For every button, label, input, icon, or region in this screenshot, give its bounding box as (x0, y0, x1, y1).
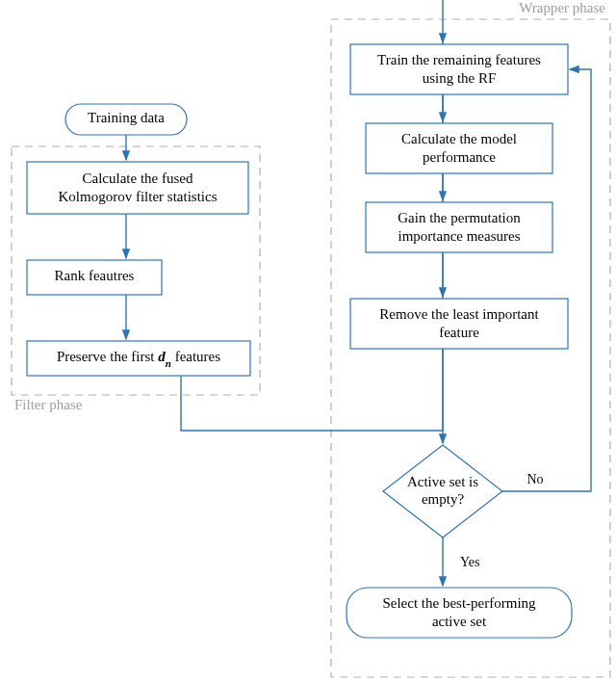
filter-phase-label: Filter phase (14, 397, 83, 412)
node-rank-features-label: Rank feautres (55, 268, 135, 283)
node-remove-feature-l2: feature (439, 325, 479, 340)
node-training-data-label: Training data (88, 110, 165, 125)
node-remove-feature-l1: Remove the least important (379, 306, 539, 322)
node-calc-performance-l1: Calculate the model (401, 131, 517, 146)
decision-no-label: No (526, 472, 543, 486)
node-calc-filter-stats-l2: Kolmogorov filter statistics (59, 189, 218, 204)
node-train-rf-l2: using the RF (423, 70, 497, 86)
node-permutation-importance-l2: importance measures (398, 228, 520, 244)
flowchart-diagram: Wrapper phase Filter phase Training data… (0, 0, 616, 682)
node-result-l1: Select the best-performing (382, 595, 536, 611)
node-result-l2: active set (432, 614, 487, 629)
decision-yes-label: Yes (460, 555, 479, 569)
node-calc-filter-stats (27, 162, 248, 214)
wrapper-phase-label: Wrapper phase (519, 0, 605, 15)
node-decision-l1: Active set is (407, 474, 478, 489)
node-calc-filter-stats-l1: Calculate the fused (83, 170, 193, 186)
node-calc-performance-l2: performance (423, 149, 496, 165)
node-permutation-importance-l1: Gain the permutation (398, 210, 521, 225)
node-decision-l2: empty? (422, 491, 464, 507)
node-train-rf-l1: Train the remaining features (377, 52, 541, 67)
